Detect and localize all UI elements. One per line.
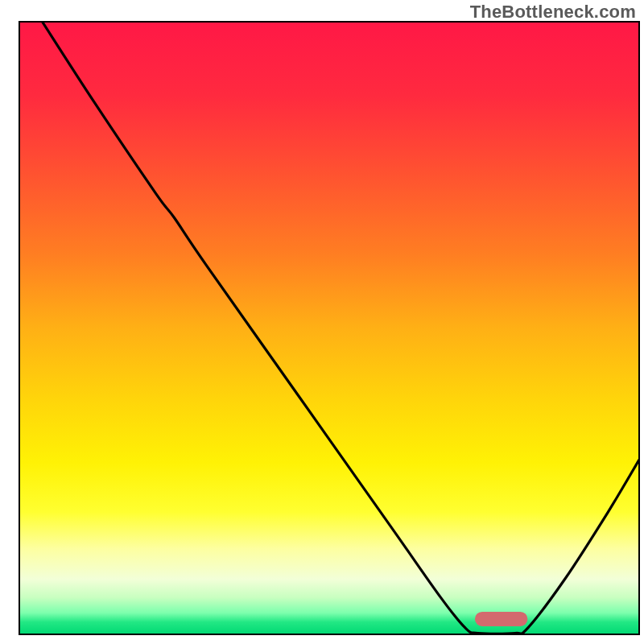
bottleneck-chart: TheBottleneck.com bbox=[0, 0, 644, 644]
optimal-range-marker bbox=[475, 612, 527, 626]
gradient-background bbox=[19, 22, 639, 634]
chart-canvas bbox=[0, 0, 644, 644]
attribution-text: TheBottleneck.com bbox=[470, 2, 636, 23]
